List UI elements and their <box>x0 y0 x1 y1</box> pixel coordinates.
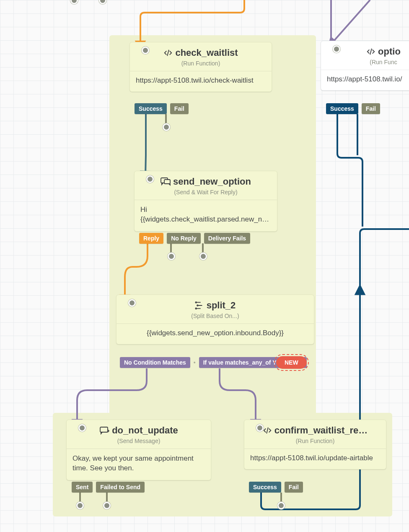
output-sent[interactable]: Sent <box>72 482 93 493</box>
widget-title: check_waitlist <box>175 47 238 58</box>
code-icon <box>366 47 375 56</box>
widget-body: {{widgets.send_new_option.inbound.Body}} <box>116 324 314 344</box>
output-port[interactable] <box>163 123 170 131</box>
output-fail[interactable]: Fail <box>170 103 189 114</box>
widget-type: (Send & Wait For Reply) <box>174 189 237 196</box>
widget-send-new-option[interactable]: send_new_option (Send & Wait For Reply) … <box>134 171 277 232</box>
output-success[interactable]: Success <box>326 103 358 114</box>
widget-title: do_not_update <box>112 425 178 436</box>
widget-outputs: Reply No Reply Delivery Fails <box>139 233 250 244</box>
output-port[interactable] <box>103 502 111 509</box>
widget-outputs: Success Fail <box>135 103 189 114</box>
svg-point-9 <box>195 302 197 303</box>
output-reply[interactable]: Reply <box>139 233 163 244</box>
message-icon <box>99 426 109 435</box>
widget-outputs: Success Fail <box>326 103 380 114</box>
widget-option[interactable]: optio (Run Func https://appt-5108.twil.i… <box>321 41 409 91</box>
output-no-match[interactable]: No Condition Matches <box>120 357 190 368</box>
output-delivery-fails[interactable]: Delivery Fails <box>204 233 250 244</box>
output-success[interactable]: Success <box>135 103 167 114</box>
code-icon <box>263 426 272 435</box>
separator: • <box>194 359 196 366</box>
output-port[interactable] <box>76 502 84 509</box>
widget-outputs: Success Fail <box>249 482 303 493</box>
widget-check-waitlist[interactable]: check_waitlist (Run Function) https://ap… <box>129 42 272 92</box>
output-port[interactable] <box>277 502 285 509</box>
widget-type: (Run Function) <box>296 438 335 444</box>
reply-icon <box>160 177 171 186</box>
widget-type: (Send Message) <box>117 438 160 444</box>
svg-point-11 <box>195 308 197 309</box>
widget-type: (Run Func <box>370 59 397 65</box>
output-port[interactable] <box>168 253 175 260</box>
output-fail[interactable]: Fail <box>285 482 303 493</box>
widget-do-not-update[interactable]: do_not_update (Send Message) Okay, we ke… <box>66 420 211 480</box>
widget-body: Okay, we kept your same appointment time… <box>67 449 211 480</box>
widget-body: https://appt-5108.twil.io/update-airtabl… <box>244 449 386 469</box>
svg-rect-12 <box>100 427 108 432</box>
output-failed[interactable]: Failed to Send <box>96 482 145 493</box>
output-success[interactable]: Success <box>249 482 281 493</box>
widget-body: Hi {{widgets.check_waitlist.parsed.new_n… <box>135 200 277 231</box>
widget-outputs: Sent Failed to Send <box>72 482 145 493</box>
output-fail[interactable]: Fail <box>362 103 380 114</box>
flow-canvas[interactable]: check_waitlist (Run Function) https://ap… <box>0 0 409 532</box>
widget-title: send_new_option <box>173 176 251 187</box>
code-icon <box>163 48 173 57</box>
output-no-reply[interactable]: No Reply <box>167 233 201 244</box>
widget-body: https://appt-5108.twil.io/check-waitlist <box>130 71 272 91</box>
new-condition-button[interactable]: NEW <box>276 356 307 369</box>
svg-point-10 <box>197 305 198 306</box>
dangling-port[interactable] <box>99 0 106 4</box>
svg-rect-8 <box>164 180 170 184</box>
widget-split-2[interactable]: split_2 (Split Based On...) {{widgets.se… <box>116 295 314 344</box>
split-icon <box>195 301 204 310</box>
widget-body: https://appt-5108.twil.io/ <box>321 70 409 90</box>
dangling-port[interactable] <box>70 0 78 4</box>
widget-title: split_2 <box>207 300 236 311</box>
output-port[interactable] <box>199 253 207 260</box>
widget-title: optio <box>378 46 401 57</box>
widget-type: (Split Based On...) <box>191 313 239 319</box>
widget-title: confirm_waitlist_re… <box>274 425 368 436</box>
widget-confirm-waitlist[interactable]: confirm_waitlist_re… (Run Function) http… <box>244 420 386 469</box>
widget-type: (Run Function) <box>181 60 220 67</box>
